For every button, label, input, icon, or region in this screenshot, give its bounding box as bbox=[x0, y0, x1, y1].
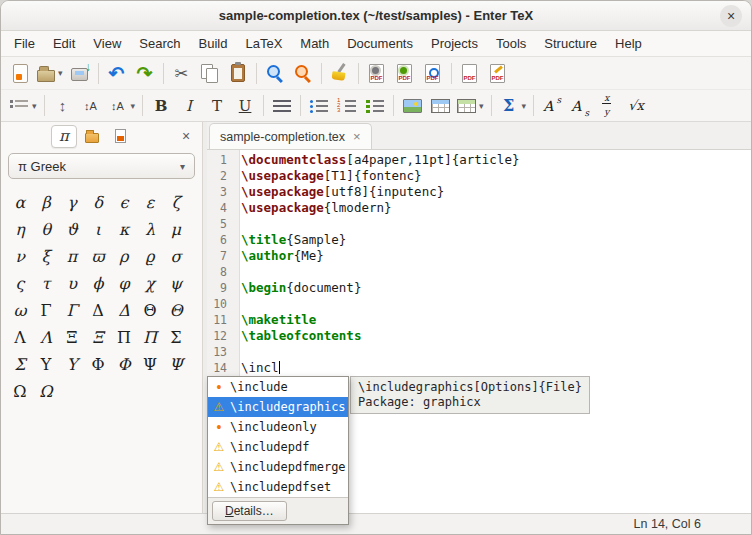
symbol-cell[interactable]: ε bbox=[137, 189, 163, 216]
symbol-cell[interactable]: ι bbox=[85, 216, 111, 243]
symbol-cell[interactable]: δ bbox=[85, 189, 111, 216]
symbol-cell[interactable]: υ bbox=[59, 270, 85, 297]
editor-line[interactable]: 14\incl bbox=[207, 360, 751, 376]
window-close-button[interactable]: × bbox=[720, 5, 742, 27]
editor-line[interactable]: 12\tableofcontents bbox=[207, 328, 751, 344]
menu-projects[interactable]: Projects bbox=[422, 33, 487, 54]
sidebar-close-button[interactable]: × bbox=[176, 126, 196, 146]
symbol-cell[interactable]: ζ bbox=[163, 189, 189, 216]
build-and-view-button[interactable] bbox=[363, 60, 391, 87]
symbol-cell[interactable]: β bbox=[33, 189, 59, 216]
symbol-cell[interactable]: Λ bbox=[7, 324, 33, 351]
symbol-cell[interactable]: ϖ bbox=[85, 243, 111, 270]
menu-view[interactable]: View bbox=[84, 33, 130, 54]
symbol-cell[interactable]: ϕ bbox=[85, 270, 111, 297]
cut-button[interactable]: ✂ bbox=[168, 60, 196, 87]
align-center-button[interactable] bbox=[268, 92, 296, 119]
editor-line[interactable]: 5 bbox=[207, 216, 751, 232]
menu-math[interactable]: Math bbox=[291, 33, 338, 54]
completion-item[interactable]: ⚠\includepdfset bbox=[208, 477, 348, 497]
symbol-cell[interactable]: λ bbox=[137, 216, 163, 243]
undo-button[interactable]: ↶ bbox=[103, 60, 131, 87]
bullet-list-button[interactable] bbox=[305, 92, 333, 119]
line-spacing-button[interactable]: ↕ bbox=[49, 92, 77, 119]
symbol-cell[interactable]: ϱ bbox=[137, 243, 163, 270]
tab-close-icon[interactable]: × bbox=[353, 129, 361, 144]
menu-documents[interactable]: Documents bbox=[338, 33, 422, 54]
symbol-cell[interactable]: θ bbox=[33, 216, 59, 243]
redo-button[interactable]: ↷ bbox=[131, 60, 159, 87]
symbol-cell[interactable]: Π bbox=[137, 324, 163, 351]
menu-file[interactable]: File bbox=[5, 33, 44, 54]
symbol-cell[interactable]: Σ bbox=[163, 324, 189, 351]
symbol-cell[interactable]: η bbox=[7, 216, 33, 243]
typewriter-button[interactable]: T bbox=[203, 92, 231, 119]
completion-item[interactable]: ⚠\includepdf bbox=[208, 437, 348, 457]
symbol-cell[interactable]: Ξ bbox=[59, 324, 85, 351]
completion-item[interactable]: •\includeonly bbox=[208, 417, 348, 437]
underline-button[interactable]: U bbox=[231, 92, 259, 119]
symbol-cell[interactable]: Υ bbox=[59, 351, 85, 378]
editor-line[interactable]: 4\usepackage{lmodern} bbox=[207, 200, 751, 216]
symbol-cell[interactable]: Ψ bbox=[137, 351, 163, 378]
bold-button[interactable]: B bbox=[147, 92, 175, 119]
view-pdf-button[interactable] bbox=[456, 60, 484, 87]
paste-button[interactable] bbox=[224, 60, 252, 87]
editor-tab[interactable]: sample-completion.tex × bbox=[209, 123, 372, 149]
editor-content[interactable]: 1\documentclass[a4paper,11pt]{article}2\… bbox=[207, 150, 751, 513]
symbol-cell[interactable]: Ω bbox=[33, 378, 59, 405]
completion-item[interactable]: ⚠\includegraphics bbox=[208, 397, 348, 417]
clean-auxiliary-button[interactable] bbox=[326, 60, 354, 87]
find-button[interactable] bbox=[261, 60, 289, 87]
table-wizard-button[interactable]: ▾ bbox=[454, 92, 487, 119]
editor-line[interactable]: 7\author{Me} bbox=[207, 248, 751, 264]
sidebar-tab-files[interactable] bbox=[79, 125, 105, 148]
symbol-cell[interactable]: Φ bbox=[85, 351, 111, 378]
symbol-cell[interactable]: Π bbox=[111, 324, 137, 351]
symbol-cell[interactable]: α bbox=[7, 189, 33, 216]
font-size-grow-button[interactable]: ↕A bbox=[77, 92, 105, 119]
save-file-button[interactable] bbox=[66, 60, 94, 87]
symbol-cell[interactable]: Ξ bbox=[85, 324, 111, 351]
font-size-button[interactable]: ↕A▾ bbox=[105, 92, 139, 119]
square-root-button[interactable]: √x bbox=[622, 92, 650, 119]
insert-image-button[interactable] bbox=[398, 92, 426, 119]
symbol-cell[interactable]: γ bbox=[59, 189, 85, 216]
menu-build[interactable]: Build bbox=[190, 33, 237, 54]
paragraph-format-button[interactable]: ▾ bbox=[6, 92, 40, 119]
symbol-cell[interactable]: Θ bbox=[137, 297, 163, 324]
subscript-button[interactable] bbox=[566, 92, 594, 119]
editor-line[interactable]: 9\begin{document} bbox=[207, 280, 751, 296]
italic-button[interactable]: I bbox=[175, 92, 203, 119]
editor-line[interactable]: 11\maketitle bbox=[207, 312, 751, 328]
sidebar-tab-symbols[interactable]: π bbox=[51, 125, 77, 148]
symbol-cell[interactable]: π bbox=[59, 243, 85, 270]
symbol-cell[interactable]: ψ bbox=[163, 270, 189, 297]
editor-line[interactable]: 10 bbox=[207, 296, 751, 312]
symbol-cell[interactable]: Ω bbox=[7, 378, 33, 405]
symbol-cell[interactable]: Θ bbox=[163, 297, 189, 324]
view-log-button[interactable] bbox=[419, 60, 447, 87]
compile-pdflatex-button[interactable] bbox=[391, 60, 419, 87]
menu-search[interactable]: Search bbox=[130, 33, 189, 54]
superscript-button[interactable] bbox=[538, 92, 566, 119]
symbol-category-select[interactable]: π Greek ▾ bbox=[8, 153, 195, 179]
numbered-list-button[interactable] bbox=[333, 92, 361, 119]
editor-line[interactable]: 8 bbox=[207, 264, 751, 280]
symbol-cell[interactable]: φ bbox=[111, 270, 137, 297]
symbol-cell[interactable]: σ bbox=[163, 243, 189, 270]
find-replace-button[interactable] bbox=[289, 60, 317, 87]
symbol-cell[interactable]: Γ bbox=[33, 297, 59, 324]
open-file-button[interactable]: ▾ bbox=[34, 60, 66, 87]
completion-item[interactable]: ⚠\includepdfmerge bbox=[208, 457, 348, 477]
annotate-pdf-button[interactable] bbox=[484, 60, 512, 87]
symbol-cell[interactable]: ν bbox=[7, 243, 33, 270]
symbol-cell[interactable]: τ bbox=[33, 270, 59, 297]
symbol-cell[interactable]: Λ bbox=[33, 324, 59, 351]
symbol-cell[interactable]: ξ bbox=[33, 243, 59, 270]
editor-line[interactable]: 3\usepackage[utf8]{inputenc} bbox=[207, 184, 751, 200]
menu-help[interactable]: Help bbox=[606, 33, 651, 54]
sidebar-tab-pdf[interactable] bbox=[107, 125, 133, 148]
menu-structure[interactable]: Structure bbox=[535, 33, 606, 54]
symbol-cell[interactable]: κ bbox=[111, 216, 137, 243]
